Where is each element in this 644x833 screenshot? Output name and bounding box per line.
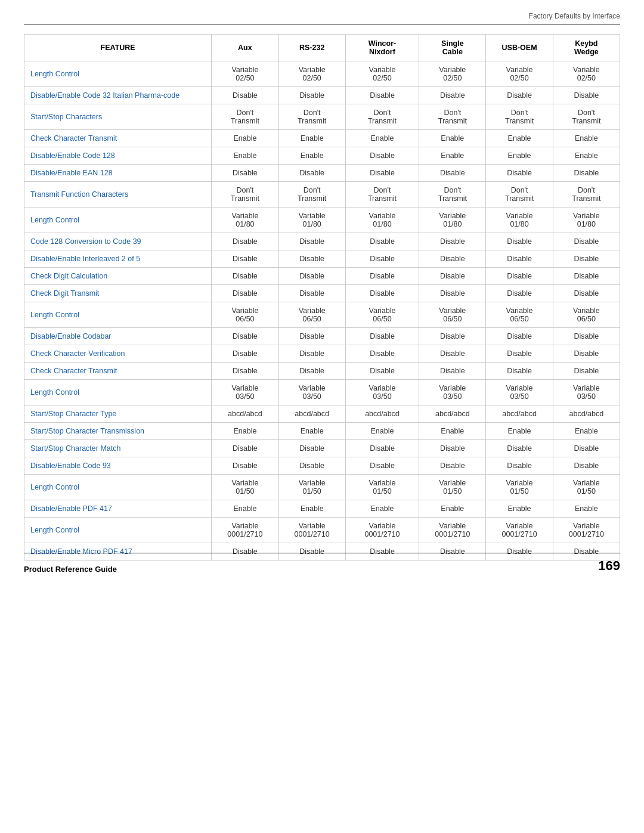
cell-usboem: Disable <box>486 233 553 250</box>
cell-usboem: Variable01/80 <box>486 208 553 233</box>
cell-keybd: Enable <box>553 130 620 147</box>
cell-keybd: Variable02/50 <box>553 61 620 87</box>
cell-single: Enable <box>419 423 486 440</box>
table-row: Length ControlVariable01/50Variable01/50… <box>24 475 620 500</box>
table-row: Disable/Enable CodabarDisableDisableDisa… <box>24 328 620 345</box>
table-row: Disable/Enable EAN 128DisableDisableDisa… <box>24 165 620 182</box>
table-row: Length ControlVariable01/80Variable01/80… <box>24 208 620 233</box>
cell-keybd: Disable <box>553 457 620 475</box>
cell-keybd: Disable <box>553 268 620 285</box>
cell-feature: Check Digit Calculation <box>24 268 212 285</box>
cell-feature: Disable/Enable Code 32 Italian Pharma-co… <box>24 87 212 104</box>
cell-usboem: Disable <box>486 87 553 104</box>
table-body: Length ControlVariable02/50Variable02/50… <box>24 61 620 561</box>
table-row: Start/Stop Character Typeabcd/abcdabcd/a… <box>24 405 620 423</box>
cell-aux: Disable <box>212 87 278 104</box>
header-row: FEATURE Aux RS-232 Wincor-Nixdorf Single… <box>24 35 620 61</box>
cell-rs232: Variable02/50 <box>278 61 345 87</box>
table-row: Start/Stop Character TransmissionEnableE… <box>24 423 620 440</box>
cell-usboem: Variable0001/2710 <box>486 518 553 543</box>
table-row: Length ControlVariable06/50Variable06/50… <box>24 302 620 328</box>
cell-rs232: Disable <box>278 165 345 182</box>
cell-usboem: Disable <box>486 285 553 302</box>
cell-aux: Disable <box>212 233 278 250</box>
cell-aux: Variable01/50 <box>212 475 278 500</box>
cell-feature: Transmit Function Characters <box>24 182 212 208</box>
cell-single: Disable <box>419 250 486 268</box>
cell-feature: Start/Stop Character Transmission <box>24 423 212 440</box>
cell-usboem: Variable03/50 <box>486 380 553 405</box>
cell-aux: Disable <box>212 285 278 302</box>
cell-wincor: Enable <box>345 423 419 440</box>
cell-single: Disable <box>419 268 486 285</box>
cell-keybd: Don'tTransmit <box>553 182 620 208</box>
table-row: Transmit Function CharactersDon'tTransmi… <box>24 182 620 208</box>
cell-wincor: Disable <box>345 440 419 457</box>
cell-feature: Disable/Enable Code 93 <box>24 457 212 475</box>
cell-rs232: Disable <box>278 440 345 457</box>
cell-aux: Enable <box>212 500 278 518</box>
cell-aux: Disable <box>212 345 278 363</box>
cell-wincor: Disable <box>345 345 419 363</box>
table-row: Check Character TransmitDisableDisableDi… <box>24 363 620 380</box>
cell-aux: Disable <box>212 250 278 268</box>
cell-wincor: Disable <box>345 87 419 104</box>
cell-single: Variable06/50 <box>419 302 486 328</box>
cell-keybd: Variable0001/2710 <box>553 518 620 543</box>
cell-wincor: Disable <box>345 233 419 250</box>
cell-feature: Disable/Enable PDF 417 <box>24 500 212 518</box>
cell-wincor: Variable03/50 <box>345 380 419 405</box>
cell-usboem: Don'tTransmit <box>486 182 553 208</box>
table-row: Length ControlVariable0001/2710Variable0… <box>24 518 620 543</box>
cell-single: Don'tTransmit <box>419 104 486 130</box>
cell-usboem: Disable <box>486 250 553 268</box>
cell-keybd: Disable <box>553 328 620 345</box>
cell-rs232: Disable <box>278 285 345 302</box>
cell-keybd: Disable <box>553 440 620 457</box>
cell-keybd: Enable <box>553 147 620 165</box>
cell-usboem: Variable06/50 <box>486 302 553 328</box>
table-row: Code 128 Conversion to Code 39DisableDis… <box>24 233 620 250</box>
table-row: Length ControlVariable03/50Variable03/50… <box>24 380 620 405</box>
cell-usboem: Disable <box>486 328 553 345</box>
cell-feature: Disable/Enable EAN 128 <box>24 165 212 182</box>
cell-keybd: Variable01/50 <box>553 475 620 500</box>
table-row: Disable/Enable Code 128EnableEnableDisab… <box>24 147 620 165</box>
cell-usboem: Disable <box>486 165 553 182</box>
table-header: FEATURE Aux RS-232 Wincor-Nixdorf Single… <box>24 35 620 61</box>
cell-keybd: Disable <box>553 250 620 268</box>
table-row: Length ControlVariable02/50Variable02/50… <box>24 61 620 87</box>
table-row: Disable/Enable Code 93DisableDisableDisa… <box>24 457 620 475</box>
cell-usboem: Enable <box>486 130 553 147</box>
cell-rs232: Variable03/50 <box>278 380 345 405</box>
cell-wincor: Disable <box>345 285 419 302</box>
cell-aux: Variable03/50 <box>212 380 278 405</box>
cell-usboem: Disable <box>486 457 553 475</box>
cell-rs232: Enable <box>278 423 345 440</box>
cell-feature: Check Digit Transmit <box>24 285 212 302</box>
cell-aux: Disable <box>212 165 278 182</box>
cell-single: Don'tTransmit <box>419 182 486 208</box>
cell-keybd: Disable <box>553 363 620 380</box>
cell-single: Variable02/50 <box>419 61 486 87</box>
cell-usboem: Disable <box>486 345 553 363</box>
cell-feature: Code 128 Conversion to Code 39 <box>24 233 212 250</box>
cell-feature: Check Character Verification <box>24 345 212 363</box>
col-feature: FEATURE <box>24 35 212 61</box>
cell-aux: Variable0001/2710 <box>212 518 278 543</box>
cell-usboem: Enable <box>486 423 553 440</box>
cell-feature: Length Control <box>24 302 212 328</box>
cell-rs232: Variable01/80 <box>278 208 345 233</box>
cell-keybd: Disable <box>553 285 620 302</box>
cell-keybd: abcd/abcd <box>553 405 620 423</box>
cell-feature: Length Control <box>24 61 212 87</box>
cell-keybd: Don'tTransmit <box>553 104 620 130</box>
cell-single: Disable <box>419 440 486 457</box>
cell-feature: Disable/Enable Code 128 <box>24 147 212 165</box>
cell-rs232: Don'tTransmit <box>278 182 345 208</box>
cell-wincor: Enable <box>345 500 419 518</box>
cell-usboem: Disable <box>486 268 553 285</box>
cell-rs232: Disable <box>278 328 345 345</box>
table-row: Start/Stop CharactersDon'tTransmitDon'tT… <box>24 104 620 130</box>
cell-aux: abcd/abcd <box>212 405 278 423</box>
